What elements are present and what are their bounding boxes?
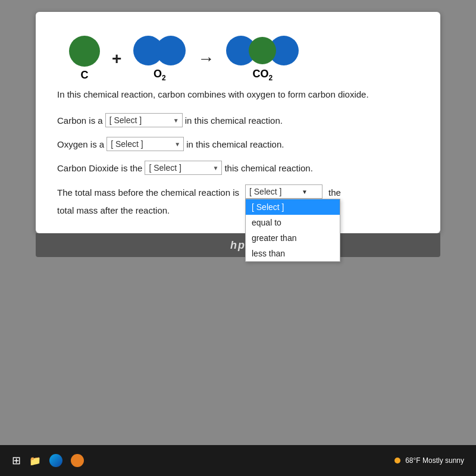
dropdown-option-greater[interactable]: greater than xyxy=(246,230,340,246)
laptop-bottom: hp xyxy=(36,233,440,257)
question-3-suffix: this chemical reaction. xyxy=(224,163,312,173)
taskbar-files-icon[interactable]: 📁 xyxy=(29,455,41,466)
question-1-prefix: Carbon is a xyxy=(57,115,103,126)
dropdown-option-less[interactable]: less than xyxy=(246,246,340,261)
dropdown-option-equal[interactable]: equal to xyxy=(246,215,340,230)
oxygen-select-wrapper[interactable]: [ Select ] reactant product ▼ xyxy=(107,137,184,151)
mass-select-label: [ Select ] xyxy=(249,187,281,196)
dropdown-option-select[interactable]: [ Select ] xyxy=(246,199,340,215)
taskbar: ⊞ 📁 68°F Mostly sunny xyxy=(0,445,476,476)
carbon-group: C xyxy=(69,36,100,82)
question-1-suffix: in this chemical reaction. xyxy=(185,115,283,126)
taskbar-left: ⊞ 📁 xyxy=(12,454,84,467)
carbon-circle xyxy=(69,36,100,67)
oxygen-circle-2 xyxy=(156,36,186,65)
question-3-prefix: Carbon Dioxide is the xyxy=(57,163,142,173)
co2-label: CO2 xyxy=(253,68,273,82)
co2-select-wrapper[interactable]: [ Select ] reactant product ▼ xyxy=(145,161,222,175)
weather-icon xyxy=(394,458,400,464)
question-2-suffix: in this chemical reaction. xyxy=(186,139,284,149)
taskbar-edge-icon[interactable] xyxy=(49,454,62,467)
plus-operator: + xyxy=(109,49,124,68)
mass-select-trigger[interactable]: [ Select ] ▼ xyxy=(245,184,322,199)
question-4: The total mass before the chemical react… xyxy=(57,184,419,201)
question-4-suffix-line: total mass after the reaction. xyxy=(57,205,419,215)
taskbar-extra-icon[interactable] xyxy=(71,454,84,467)
mass-dropdown-menu: [ Select ] equal to greater than less th… xyxy=(245,199,340,262)
question-1: Carbon is a [ Select ] reactant product … xyxy=(57,113,419,127)
taskbar-right: 68°F Mostly sunny xyxy=(394,456,464,465)
oxygen-label: O2 xyxy=(154,68,166,82)
carbon-select-wrapper[interactable]: [ Select ] reactant product ▼ xyxy=(105,113,183,127)
question-4-suffix-inline: the xyxy=(328,184,341,201)
molecule-diagram: C + O2 → xyxy=(57,30,419,82)
carbon-label: C xyxy=(81,69,89,82)
description-text: In this chemical reaction, carbon combin… xyxy=(57,88,419,102)
arrow-operator: → xyxy=(195,49,217,68)
carbon-select[interactable]: [ Select ] reactant product xyxy=(105,113,183,127)
start-button[interactable]: ⊞ xyxy=(12,454,21,467)
hp-logo: hp xyxy=(230,239,246,252)
question-4-prefix: The total mass before the chemical react… xyxy=(57,184,239,201)
co2-group: CO2 xyxy=(226,36,299,82)
mass-select-chevron: ▼ xyxy=(302,189,308,195)
question-4-container: The total mass before the chemical react… xyxy=(57,184,419,215)
question-2-prefix: Oxygen is a xyxy=(57,139,104,149)
question-2: Oxygen is a [ Select ] reactant product … xyxy=(57,137,419,151)
oxygen-select[interactable]: [ Select ] reactant product xyxy=(107,137,184,151)
co2-select[interactable]: [ Select ] reactant product xyxy=(145,161,222,175)
oxygen-group: O2 xyxy=(133,36,186,82)
content-card: C + O2 → xyxy=(36,12,440,233)
weather-text: 68°F Mostly sunny xyxy=(405,456,464,465)
question-3: Carbon Dioxide is the [ Select ] reactan… xyxy=(57,161,419,175)
